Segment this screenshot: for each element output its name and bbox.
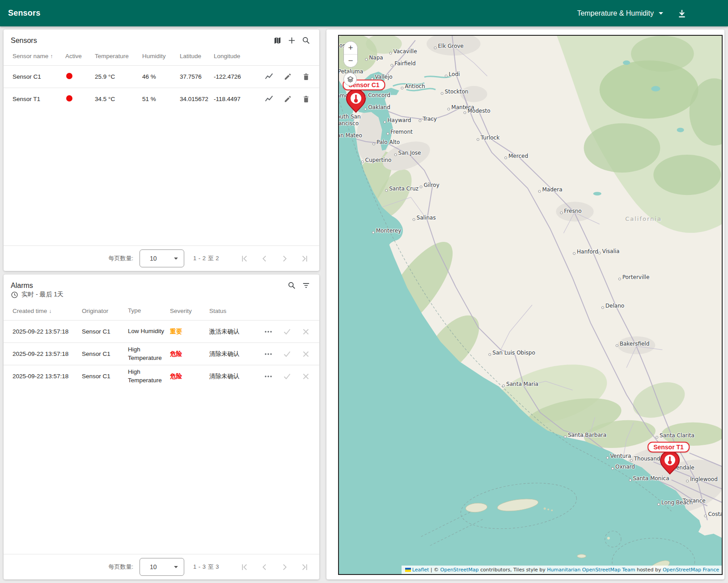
- search-button[interactable]: [288, 281, 296, 290]
- map-city-label: Bakersfield: [620, 341, 650, 347]
- column-active[interactable]: Active: [65, 53, 95, 59]
- next-page-button[interactable]: [281, 255, 288, 262]
- map-city-label: Tracy: [423, 116, 437, 122]
- alarm-more-button[interactable]: [264, 327, 273, 336]
- zoom-out-button[interactable]: −: [344, 55, 357, 67]
- osm-link[interactable]: OpenStreetMap: [440, 567, 478, 573]
- osmfr-link[interactable]: OpenStreetMap France: [663, 567, 719, 573]
- column-type[interactable]: Type: [128, 307, 170, 315]
- alarm-status: 激活未确认: [209, 328, 264, 336]
- page-size-select[interactable]: 10: [140, 249, 184, 267]
- prev-page-button[interactable]: [261, 255, 268, 262]
- table-row[interactable]: 2025-09-22 13:57:18 Sensor C1 High Tempe…: [4, 342, 319, 365]
- column-latitude[interactable]: Latitude: [180, 53, 214, 59]
- alarm-ack-button[interactable]: [283, 350, 292, 359]
- sensors-widget-title: Sensors: [11, 37, 37, 45]
- page-size-value: 10: [150, 563, 157, 570]
- alarm-ack-button[interactable]: [283, 372, 292, 381]
- column-originator[interactable]: Originator: [82, 308, 128, 314]
- alarms-time-window[interactable]: 实时 - 最后 1天: [4, 290, 319, 301]
- first-page-button[interactable]: [241, 563, 248, 571]
- map-tiles: [339, 36, 722, 574]
- hot-link[interactable]: Humanitarian OpenStreetMap Team: [547, 567, 635, 573]
- alarm-more-button[interactable]: [264, 372, 273, 381]
- column-created-time[interactable]: Created time↓: [13, 308, 82, 314]
- close-icon: [301, 372, 310, 381]
- map-city-label: Delano: [605, 303, 624, 309]
- delete-button[interactable]: [302, 72, 310, 81]
- sensor-humidity: 51 %: [142, 96, 180, 102]
- app-header: Sensors Temperature & Humidity: [0, 0, 728, 26]
- map-city-label: Merced: [508, 153, 528, 159]
- table-row[interactable]: 2025-09-22 13:57:18 Sensor C1 Low Humidi…: [4, 320, 319, 342]
- last-page-button[interactable]: [301, 563, 309, 571]
- alarm-more-button[interactable]: [264, 350, 273, 359]
- column-humidity[interactable]: Humidity: [142, 53, 180, 59]
- column-status[interactable]: Status: [209, 308, 310, 314]
- sensor-name: Sensor T1: [13, 96, 65, 102]
- map-attribution: Leaflet | © OpenStreetMap contributors, …: [402, 566, 722, 574]
- timeseries-button[interactable]: [264, 94, 274, 104]
- map-icon: [273, 36, 282, 45]
- alarms-paginator: 每页数量: 10 1 - 3 至 3: [4, 554, 319, 579]
- next-page-button[interactable]: [281, 563, 288, 571]
- map-city-label: Stockton: [445, 89, 469, 95]
- sensors-widget: Sensors Sensor name↑ Active Tempera: [4, 30, 319, 271]
- zoom-in-button[interactable]: +: [344, 42, 357, 54]
- first-page-button[interactable]: [241, 255, 248, 262]
- edit-button[interactable]: [284, 95, 292, 103]
- map-city-label: Santa Cruz: [389, 186, 419, 192]
- map-marker-label-sensor-t1[interactable]: Sensor T1: [648, 442, 690, 452]
- table-row[interactable]: Sensor C1 25.9 °C 46 % 37.7576 -122.4726: [4, 65, 319, 88]
- per-page-label: 每页数量:: [108, 254, 133, 262]
- dashboard-state-select[interactable]: Temperature & Humidity: [577, 9, 664, 17]
- search-button[interactable]: [302, 36, 310, 45]
- map-marker-sensor-c1[interactable]: [345, 89, 367, 115]
- sensor-longitude: -122.4726: [214, 73, 264, 80]
- alarm-clear-button[interactable]: [301, 350, 310, 359]
- show-on-map-button[interactable]: [273, 36, 282, 45]
- layers-button[interactable]: [343, 72, 357, 86]
- leaflet-link[interactable]: Leaflet: [412, 567, 429, 573]
- more-dots-icon: [264, 350, 273, 359]
- alarm-ack-button[interactable]: [283, 327, 292, 336]
- alarm-clear-button[interactable]: [301, 372, 310, 381]
- timeseries-button[interactable]: [264, 72, 274, 81]
- filter-button[interactable]: [302, 281, 310, 290]
- column-sensor-name[interactable]: Sensor name↑: [13, 53, 65, 59]
- plus-icon: [288, 36, 296, 45]
- map-marker-sensor-t1[interactable]: [659, 450, 681, 477]
- map-city-label: Concord: [368, 92, 390, 98]
- map-city-label: Cupertino: [365, 157, 392, 163]
- map-city-label: Inglewood: [690, 476, 718, 482]
- add-entity-button[interactable]: [288, 36, 296, 45]
- check-icon: [283, 372, 292, 381]
- download-dashboard-button[interactable]: [677, 8, 687, 18]
- delete-button[interactable]: [302, 95, 310, 103]
- map-city-label: Modesto: [468, 108, 491, 114]
- sensor-temperature: 34.5 °C: [95, 96, 142, 102]
- map-city-label: Gilroy: [423, 182, 439, 188]
- edit-button[interactable]: [284, 72, 292, 81]
- map-city-label: Oxnard: [615, 464, 635, 470]
- table-row[interactable]: Sensor T1 34.5 °C 51 % 34.015672 -118.44…: [4, 88, 319, 110]
- alarm-created-time: 2025-09-22 13:57:18: [13, 351, 82, 357]
- map-city-label: Hayward: [388, 117, 411, 123]
- alarm-created-time: 2025-09-22 13:57:18: [13, 328, 82, 335]
- column-temperature[interactable]: Temperature: [95, 53, 142, 59]
- map-widget: Santa RosaVacavilleElk GroveNapaFairfiel…: [326, 30, 724, 579]
- sensor-name: Sensor C1: [13, 73, 65, 80]
- column-severity[interactable]: Severity: [170, 308, 209, 314]
- table-row[interactable]: 2025-09-22 13:57:18 Sensor C1 High Tempe…: [4, 365, 319, 387]
- thermometer-pin-icon: [659, 450, 681, 475]
- leaflet-map[interactable]: Santa RosaVacavilleElk GroveNapaFairfiel…: [338, 35, 723, 575]
- alarm-clear-button[interactable]: [301, 327, 310, 336]
- column-longitude[interactable]: Longitude: [214, 53, 310, 59]
- prev-page-button[interactable]: [261, 563, 268, 571]
- map-city-label: Fremont: [390, 129, 412, 135]
- sensors-table-header: Sensor name↑ Active Temperature Humidity…: [4, 46, 319, 65]
- map-city-label: Vallejo: [375, 74, 392, 80]
- alarm-originator: Sensor C1: [82, 373, 128, 380]
- last-page-button[interactable]: [301, 255, 309, 262]
- page-size-select[interactable]: 10: [140, 558, 184, 576]
